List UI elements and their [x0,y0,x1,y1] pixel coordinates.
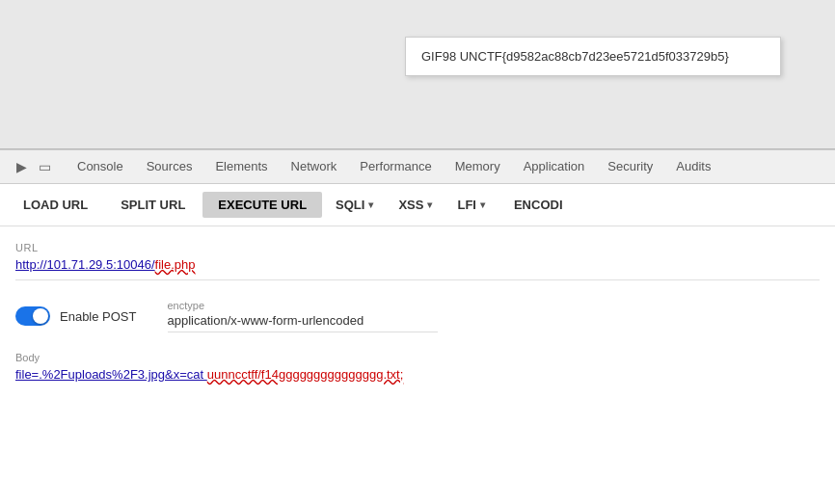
tab-console[interactable]: Console [66,150,135,183]
enable-post-label: Enable POST [60,309,137,324]
post-toggle-group: Enable POST [15,306,137,326]
tab-network[interactable]: Network [280,150,349,183]
main-toolbar: LOAD URL SPLIT URL EXECUTE URL SQLI ▾ XS… [0,184,835,226]
url-prefix: http://101.71.29.5:10046/ [15,257,155,272]
body-highlight: uunncctff/f14ggggggggggggggg.txt; [207,367,404,382]
body-value-display: file=.%2Fuploads%2F3.jpg&x=cat uunncctff… [15,367,820,382]
body-section: Body file=.%2Fuploads%2F3.jpg&x=cat uunn… [15,352,820,382]
xss-dropdown-arrow: ▾ [427,199,432,210]
execute-url-button[interactable]: EXECUTE URL [202,192,322,218]
url-highlight: file.php [155,257,196,272]
devtools-icon-group: ▶ ▭ [4,157,66,176]
sqli-button[interactable]: SQLI ▾ [324,192,385,218]
lfi-dropdown-arrow: ▾ [480,199,485,210]
devtools-tab-bar: ▶ ▭ Console Sources Elements Network Per… [0,149,835,184]
enable-post-toggle[interactable] [15,306,50,326]
tab-sources[interactable]: Sources [135,150,204,183]
tab-performance[interactable]: Performance [348,150,443,183]
tab-security[interactable]: Security [596,150,664,183]
enctype-group: enctype application/x-www-form-urlencode… [168,300,438,332]
tab-memory[interactable]: Memory [444,150,512,183]
body-label: Body [15,352,820,363]
xss-button[interactable]: XSS ▾ [387,192,444,218]
lfi-button[interactable]: LFI ▾ [445,192,497,218]
cursor-icon[interactable]: ▶ [12,157,31,176]
url-label: URL [15,242,820,253]
enctype-label: enctype [168,300,438,311]
tab-application[interactable]: Application [512,150,597,183]
url-row: URL http://101.71.29.5:10046/file.php [15,242,820,280]
load-url-button[interactable]: LOAD URL [8,192,103,218]
encodi-button[interactable]: ENCODI [498,192,579,218]
device-icon[interactable]: ▭ [35,157,54,176]
sqli-dropdown-arrow: ▾ [368,199,373,210]
content-area: URL http://101.71.29.5:10046/file.php En… [0,226,835,504]
tab-elements[interactable]: Elements [203,150,279,183]
toggle-enctype-row: Enable POST enctype application/x-www-fo… [15,300,820,332]
tab-audits[interactable]: Audits [664,150,722,183]
split-url-button[interactable]: SPLIT URL [105,192,201,218]
body-prefix: file=.%2Fuploads%2F3.jpg&x=cat [15,367,207,382]
enctype-value: application/x-www-form-urlencoded [168,313,438,332]
tooltip-popup: GIF98 UNCTF{d9582ac88cb7d23ee5721d5f0337… [405,37,781,76]
url-value-display: http://101.71.29.5:10046/file.php [15,257,820,272]
tooltip-text: GIF98 UNCTF{d9582ac88cb7d23ee5721d5f0337… [421,49,729,64]
